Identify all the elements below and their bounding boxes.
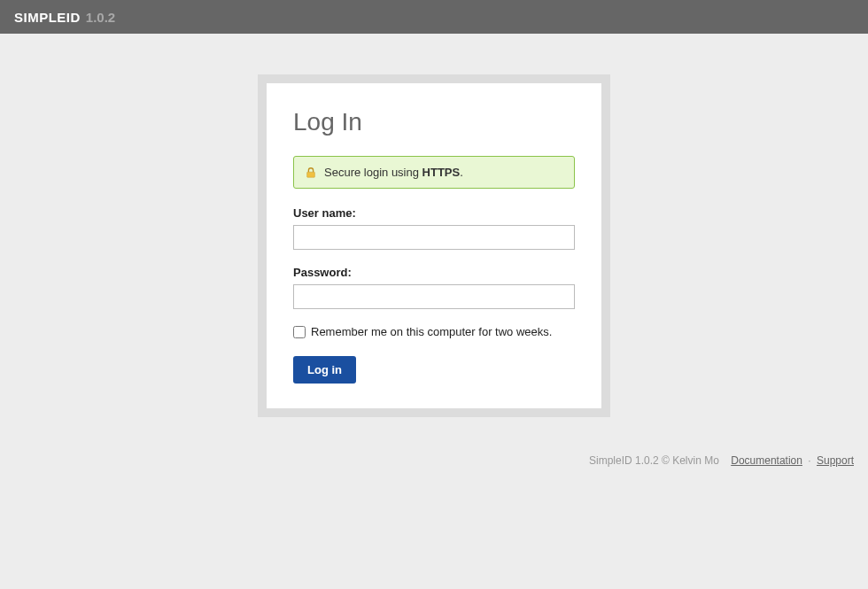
brand-name: SIMPLEID (14, 10, 81, 25)
password-input[interactable] (293, 284, 575, 309)
remember-label: Remember me on this computer for two wee… (311, 325, 552, 338)
remember-checkbox[interactable] (293, 326, 306, 338)
page-title: Log In (293, 108, 575, 136)
login-button[interactable]: Log in (293, 356, 356, 384)
secure-suffix: . (460, 166, 463, 179)
secure-text: Secure login using HTTPS. (324, 166, 463, 179)
secure-https: HTTPS (422, 166, 461, 179)
footer-copyright: SimpleID 1.0.2 © Kelvin Mo (589, 454, 719, 467)
documentation-link[interactable]: Documentation (731, 454, 802, 467)
svg-rect-0 (307, 172, 315, 177)
username-group: User name: (293, 206, 575, 250)
footer: SimpleID 1.0.2 © Kelvin Mo Documentation… (0, 417, 868, 467)
header-bar: SIMPLEID 1.0.2 (0, 0, 868, 34)
login-container: Log In Secure login using HTTPS. User na… (258, 74, 610, 417)
secure-prefix: Secure login using (324, 166, 422, 179)
remember-row: Remember me on this computer for two wee… (293, 325, 575, 338)
username-label: User name: (293, 206, 575, 220)
password-group: Password: (293, 266, 575, 309)
support-link[interactable]: Support (817, 454, 854, 467)
footer-separator: · (808, 454, 810, 467)
login-panel: Log In Secure login using HTTPS. User na… (267, 83, 601, 408)
secure-notice: Secure login using HTTPS. (293, 156, 575, 189)
password-label: Password: (293, 266, 575, 279)
lock-icon (305, 167, 317, 179)
username-input[interactable] (293, 225, 575, 250)
version-label: 1.0.2 (86, 10, 115, 25)
